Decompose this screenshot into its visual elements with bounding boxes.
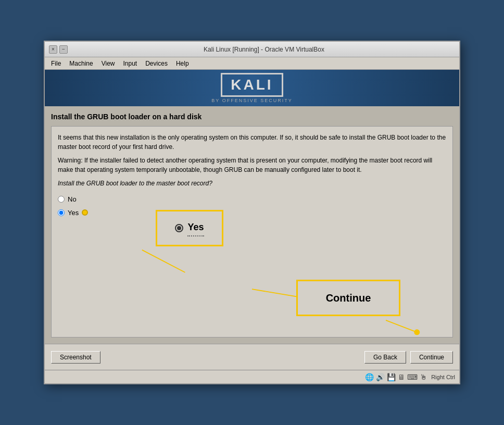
kali-logo-box: KALI (221, 73, 283, 97)
audio-icon: 🔊 (376, 373, 385, 381)
network-icon: 🌐 (365, 373, 374, 381)
display-icon: 🖥 (398, 373, 405, 381)
continue-callout: Continue (296, 280, 400, 316)
right-ctrl-label: Right Ctrl (431, 374, 455, 380)
radio-yes-label: Yes (68, 208, 79, 218)
menu-file[interactable]: File (47, 59, 65, 68)
svg-line-0 (142, 250, 185, 272)
title-bar: × − Kali Linux [Running] - Oracle VM Vir… (45, 42, 459, 57)
kali-logo: KALI BY OFFENSIVE SECURITY (211, 73, 292, 103)
radio-no-label: No (68, 194, 77, 205)
yes-callout-radio (175, 224, 183, 232)
yes-callout-label: Yes (187, 220, 204, 236)
mouse-icon: 🖱 (420, 373, 427, 381)
menu-view[interactable]: View (97, 59, 119, 68)
kali-subtitle: BY OFFENSIVE SECURITY (211, 98, 292, 103)
window-controls: × − (49, 45, 68, 54)
screenshot-button[interactable]: Screenshot (51, 351, 100, 364)
paragraph2: Warning: If the installer failed to dete… (58, 156, 446, 174)
status-bar: 🌐 🔊 💾 🖥 ⌨ 🖱 Right Ctrl (45, 370, 459, 383)
window-title: Kali Linux [Running] - Oracle VM Virtual… (73, 46, 455, 53)
content-box: It seems that this new installation is t… (51, 126, 453, 338)
radio-no-input[interactable] (58, 196, 65, 203)
menu-bar: File Machine View Input Devices Help (45, 57, 459, 70)
question-text: Install the GRUB boot loader to the mast… (58, 179, 446, 188)
radio-no[interactable]: No (58, 194, 446, 205)
yes-dot (82, 209, 88, 216)
menu-devices[interactable]: Devices (141, 59, 172, 68)
main-content: Install the GRUB boot loader on a hard d… (45, 106, 459, 344)
menu-help[interactable]: Help (172, 59, 193, 68)
keyboard-icon: ⌨ (407, 373, 418, 381)
menu-input[interactable]: Input (119, 59, 142, 68)
bottom-bar: Screenshot Go Back Continue (45, 344, 459, 370)
continue-button[interactable]: Continue (410, 351, 453, 364)
radio-yes[interactable]: Yes (58, 208, 446, 218)
bottom-right: Go Back Continue (364, 351, 453, 364)
minimize-button[interactable]: − (59, 45, 68, 54)
svg-line-2 (386, 320, 417, 332)
continue-callout-label: Continue (326, 290, 371, 306)
paragraph1: It seems that this new installation is t… (58, 133, 446, 152)
go-back-button[interactable]: Go Back (364, 351, 406, 364)
svg-point-3 (414, 329, 420, 335)
yes-callout: Yes (156, 210, 223, 246)
menu-machine[interactable]: Machine (65, 59, 97, 68)
bottom-left: Screenshot (51, 351, 364, 364)
close-button[interactable]: × (49, 45, 57, 54)
usb-icon: 💾 (387, 373, 396, 381)
radio-group: No Yes (58, 194, 446, 218)
vm-window: × − Kali Linux [Running] - Oracle VM Vir… (44, 41, 460, 384)
kali-banner: KALI BY OFFENSIVE SECURITY (45, 70, 459, 106)
installer-title: Install the GRUB boot loader on a hard d… (51, 113, 453, 121)
radio-yes-input[interactable] (58, 209, 65, 216)
